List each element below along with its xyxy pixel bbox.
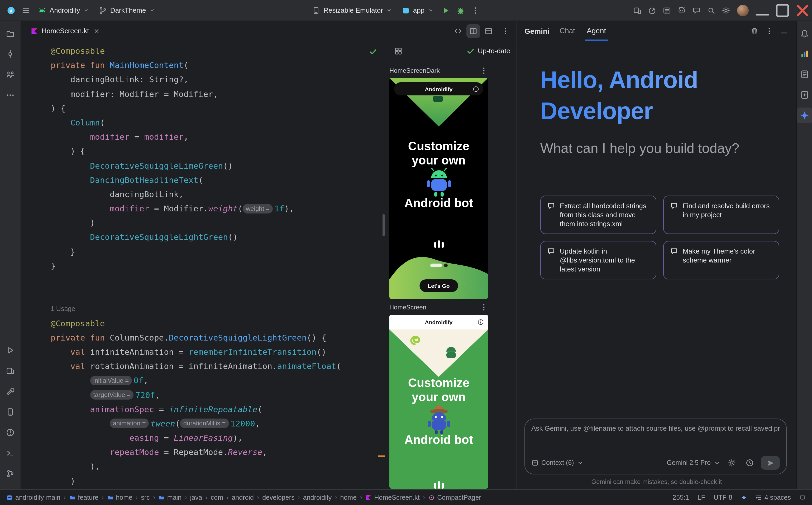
tab-options-icon[interactable] — [498, 24, 512, 38]
user-feedback-icon[interactable] — [690, 3, 703, 17]
suggestion-card[interactable]: Find and resolve build errors in my proj… — [663, 196, 779, 234]
settings-icon[interactable] — [719, 3, 733, 17]
screen-reader-toggle[interactable] — [799, 494, 806, 501]
code-line: ), — [51, 460, 386, 474]
minimize-icon[interactable] — [753, 0, 772, 21]
project-selector[interactable]: Androidify — [34, 3, 93, 17]
editor-scrollbar[interactable] — [382, 214, 385, 236]
breadcrumb-item[interactable]: HomeScreen.kt — [365, 494, 420, 501]
trash-icon[interactable] — [747, 24, 761, 38]
lets-go-button[interactable]: Let's Go — [419, 279, 458, 292]
preview-menu-icon[interactable] — [480, 66, 488, 75]
suggestion-card[interactable]: Make my Theme's color scheme warmer — [663, 241, 779, 279]
code-line: } — [51, 245, 386, 259]
preview-layout-icon[interactable] — [391, 44, 405, 58]
suggestion-card[interactable]: Extract all hardcoded strings from this … — [540, 196, 656, 234]
device-manager-icon[interactable] — [2, 404, 18, 419]
terminal-icon[interactable] — [2, 445, 18, 461]
preview-scroll-area[interactable]: HomeScreenDark — [386, 61, 516, 489]
breadcrumb-item[interactable]: CompactPager — [428, 494, 481, 501]
folder-blue-icon — [69, 494, 75, 501]
project-folder-icon[interactable] — [2, 25, 18, 41]
notifications-icon[interactable] — [796, 25, 812, 41]
tab-homescreen-kt[interactable]: HomeScreen.kt — [25, 21, 105, 41]
gemini-body: Hello, AndroidDeveloper What can I help … — [517, 41, 796, 489]
send-button[interactable] — [761, 456, 780, 470]
code-view-icon[interactable] — [451, 24, 465, 38]
running-devices-icon[interactable] — [2, 363, 18, 378]
context-selector[interactable]: Context (6) — [531, 459, 584, 467]
breadcrumb-item[interactable]: com — [211, 494, 223, 501]
chevron-down-icon — [386, 7, 392, 13]
breadcrumb-separator: › — [360, 494, 362, 501]
assistant-doc-icon[interactable] — [796, 87, 812, 103]
breadcrumb-item[interactable]: home — [340, 494, 357, 501]
breadcrumb-item[interactable]: java — [190, 494, 202, 501]
device-streaming-icon[interactable] — [630, 3, 644, 17]
tab-chat[interactable]: Chat — [558, 21, 577, 41]
indentation[interactable]: 4 spaces — [756, 494, 791, 501]
inlay-hint: weight = — [243, 204, 273, 213]
split-view-icon[interactable] — [466, 24, 480, 38]
breadcrumb-item[interactable]: android — [232, 494, 253, 501]
logcat-icon[interactable] — [660, 3, 674, 17]
breadcrumb-item[interactable]: feature — [69, 494, 98, 501]
more-vertical-icon[interactable] — [763, 24, 776, 38]
more-horizontal-icon[interactable] — [2, 87, 18, 103]
profiler-colored-icon[interactable] — [796, 46, 812, 62]
gemini-settings-icon[interactable] — [725, 456, 739, 470]
info-icon[interactable] — [473, 86, 479, 92]
run-config-selector[interactable]: app — [397, 3, 438, 17]
commit-icon[interactable] — [2, 46, 18, 62]
breadcrumb-item[interactable]: androidify — [303, 494, 332, 501]
run-icon[interactable] — [439, 3, 452, 17]
inspection-ok-icon[interactable] — [369, 47, 377, 56]
main-menu-icon[interactable] — [19, 3, 33, 17]
breadcrumb-item[interactable]: developers — [262, 494, 295, 501]
problems-icon[interactable] — [2, 425, 18, 440]
debug-icon[interactable] — [454, 3, 467, 17]
profiler-icon[interactable] — [645, 3, 659, 17]
code-editor[interactable]: @Composableprivate fun MainHomeContent( … — [21, 41, 386, 489]
avatar[interactable] — [737, 4, 749, 16]
version-control-icon[interactable] — [2, 466, 18, 481]
history-icon[interactable] — [743, 456, 757, 470]
breadcrumb-item[interactable]: src — [141, 494, 149, 501]
close-icon[interactable] — [793, 0, 812, 21]
caret-position[interactable]: 255:1 — [673, 494, 689, 501]
breadcrumb-item[interactable]: main — [158, 494, 182, 501]
breadcrumb-item[interactable]: androidify-main — [6, 494, 61, 501]
design-view-icon[interactable] — [482, 24, 495, 38]
close-tab-icon[interactable] — [93, 27, 100, 34]
breadcrumb-item[interactable]: home — [107, 494, 132, 501]
ai-status[interactable] — [741, 494, 747, 501]
minimize-panel-icon[interactable] — [777, 24, 791, 38]
preview-menu-icon[interactable] — [480, 303, 488, 312]
search-icon[interactable] — [704, 3, 718, 17]
breadcrumb-separator: › — [205, 494, 207, 501]
device-name: Resizable Emulator — [323, 6, 383, 14]
pull-requests-icon[interactable] — [2, 66, 18, 82]
tab-agent[interactable]: Agent — [585, 21, 607, 41]
file-encoding[interactable]: UTF-8 — [714, 494, 732, 501]
run-tool-icon[interactable] — [2, 342, 18, 358]
gemini-star-icon[interactable] — [796, 108, 812, 123]
maximize-icon[interactable] — [773, 0, 792, 21]
studio-bot-icon[interactable] — [675, 3, 689, 17]
device-selector[interactable]: Resizable Emulator — [308, 3, 396, 17]
more-vertical-icon[interactable] — [468, 3, 482, 17]
device-explorer-icon[interactable] — [796, 66, 812, 82]
preview-phone-light[interactable]: Androidify — [389, 315, 488, 489]
build-icon[interactable] — [2, 383, 18, 399]
gemini-prompt-input[interactable] — [531, 425, 780, 456]
line-separator[interactable]: LF — [698, 494, 705, 501]
screen-icon — [799, 494, 806, 501]
suggestion-card[interactable]: Update kotlin in @libs.version.toml to t… — [540, 241, 656, 279]
code-line: ) — [51, 474, 386, 488]
info-icon[interactable] — [477, 319, 484, 325]
code-line: DecorativeSquiggleLimeGreen() — [51, 159, 386, 173]
branch-selector[interactable]: DarkTheme — [95, 3, 159, 17]
model-selector[interactable]: Gemini 2.5 Pro — [667, 459, 721, 467]
preview-phone-dark[interactable]: Androidify Customize your own — [389, 78, 488, 299]
code-line: @Composable — [51, 44, 386, 58]
